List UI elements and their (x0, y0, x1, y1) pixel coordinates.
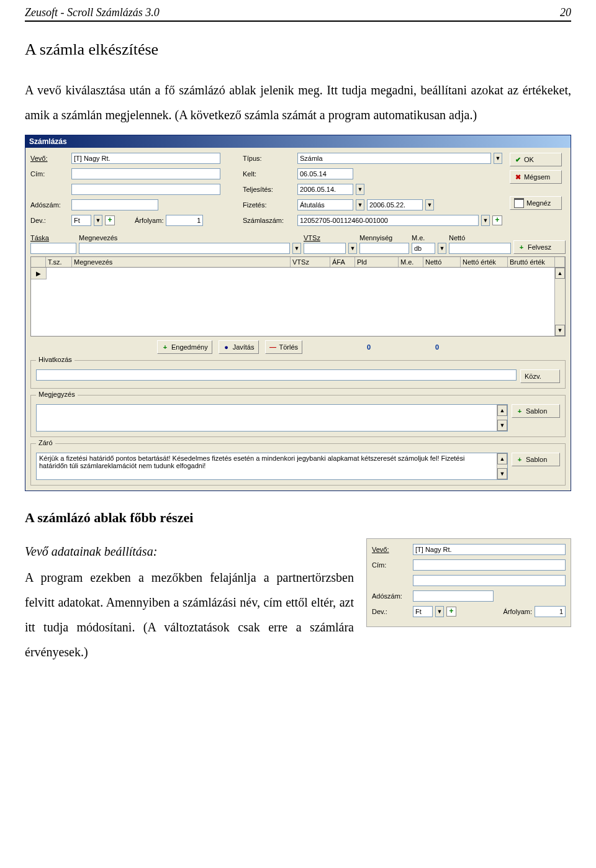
col-brutto-ertek[interactable]: Bruttó érték (508, 257, 555, 267)
snippet-address2-input[interactable] (413, 575, 566, 586)
unit-dropdown-icon[interactable]: ▼ (438, 243, 446, 254)
buyer-label: Vevő: (30, 155, 69, 162)
col-netto-ertek[interactable]: Nettó érték (461, 257, 508, 267)
invoicenum-label: Számlaszám: (243, 217, 295, 224)
subsubsection-title: Vevő adatainak beállítása: (25, 545, 354, 559)
payment-date-dropdown-icon[interactable]: ▼ (425, 199, 434, 210)
invoicenum-add-button[interactable]: + (492, 215, 502, 225)
scroll-down-icon[interactable]: ▼ (497, 420, 507, 431)
snippet-taxnum-label: Adószám: (372, 592, 410, 600)
cross-icon: ✖ (514, 173, 522, 181)
currency-add-button[interactable]: + (105, 215, 115, 225)
itemname-dropdown-icon[interactable]: ▼ (292, 243, 301, 254)
payment-label: Fizetés: (243, 201, 295, 209)
closing-textarea[interactable]: Kérjük a fizetési határidő pontos betart… (36, 453, 508, 480)
net-input[interactable] (449, 243, 511, 254)
note-scrollbar[interactable]: ▲▼ (497, 405, 507, 431)
vtsz-input[interactable] (304, 243, 346, 254)
invoicenum-dropdown-icon[interactable]: ▼ (481, 215, 490, 226)
type-input[interactable] (297, 153, 491, 164)
note-textarea[interactable]: ▲▼ (36, 404, 508, 432)
buyer-input[interactable] (71, 153, 220, 164)
delete-button[interactable]: —Törlés (265, 340, 303, 354)
customer-snippet-panel: Vevő: Cím: Adószám: Dev.: (366, 538, 571, 627)
snippet-taxnum-input[interactable] (413, 590, 494, 602)
col-pld[interactable]: Pld (355, 257, 399, 267)
note-template-button[interactable]: +Sablon (512, 404, 560, 418)
window-title: Számlázás (29, 137, 67, 146)
qty-input[interactable] (359, 243, 409, 254)
qty-header: Mennyiség (359, 234, 409, 242)
kozv-button[interactable]: Közv. (520, 369, 560, 383)
scroll-up-icon[interactable]: ▲ (555, 268, 565, 279)
page-header: Zeusoft - Scroll Számlázás 3.0 20 (25, 6, 571, 22)
edit-button[interactable]: ●Javítás (219, 340, 259, 354)
payment-input[interactable] (297, 199, 353, 210)
reference-input[interactable] (36, 369, 517, 381)
col-megnevezes[interactable]: Megnevezés (72, 257, 291, 267)
page-number: 20 (560, 6, 571, 19)
grid-body[interactable]: ▶ ▲ ▼ (30, 268, 566, 337)
taxnum-input[interactable] (71, 199, 158, 210)
print-icon (514, 198, 524, 208)
snippet-rate-input[interactable] (535, 606, 566, 617)
plus-icon: + (518, 243, 525, 251)
col-netto[interactable]: Nettó (423, 257, 461, 267)
vtsz-dropdown-icon[interactable]: ▼ (348, 243, 357, 254)
type-label: Típus: (243, 155, 295, 162)
type-dropdown-icon[interactable]: ▼ (494, 153, 502, 164)
discount-button[interactable]: +Engedmény (157, 340, 212, 354)
bag-header: Táska (30, 234, 76, 242)
col-vtsz[interactable]: VTSz (291, 257, 330, 267)
scroll-up-icon[interactable]: ▲ (497, 453, 507, 464)
reference-legend: Hivatkozás (36, 356, 74, 363)
scroll-down-icon[interactable]: ▼ (497, 468, 507, 479)
check-icon: ✔ (514, 156, 522, 164)
col-tsz[interactable]: T.sz. (46, 257, 72, 267)
grid-header-row: T.sz. Megnevezés VTSz ÁFA Pld M.e. Nettó… (30, 256, 566, 268)
scroll-up-icon[interactable]: ▲ (497, 405, 507, 416)
itemname-header: Megnevezés (79, 234, 301, 242)
snippet-currency-dropdown-icon[interactable]: ▼ (435, 606, 444, 617)
closing-template-button[interactable]: +Sablon (512, 453, 560, 466)
snippet-address-label: Cím: (372, 561, 410, 569)
vtsz-header: VTSz (304, 234, 357, 242)
snippet-buyer-input[interactable] (413, 544, 566, 555)
closing-scrollbar[interactable]: ▲▼ (497, 453, 507, 479)
date-label: Kelt: (243, 170, 295, 178)
window-titlebar: Számlázás (25, 135, 571, 148)
currency-input[interactable] (71, 215, 91, 226)
bag-input[interactable] (30, 243, 76, 254)
fulfillment-dropdown-icon[interactable]: ▼ (356, 184, 364, 195)
taxnum-label: Adószám: (30, 201, 69, 209)
address1-input[interactable] (71, 168, 220, 179)
unit-input[interactable] (412, 243, 435, 254)
add-item-button[interactable]: +Felvesz (513, 240, 566, 254)
col-afa[interactable]: ÁFA (330, 257, 355, 267)
ok-button[interactable]: ✔OK (510, 153, 562, 166)
preview-button[interactable]: Megnéz (510, 196, 562, 210)
total-gross: 0 (395, 343, 439, 351)
rate-input[interactable] (166, 215, 203, 226)
date-input[interactable] (297, 168, 353, 179)
currency-dropdown-icon[interactable]: ▼ (94, 215, 102, 226)
outro-paragraph: A program ezekben a mezőkben felajánlja … (25, 565, 354, 664)
item-entry-row: Táska Megnevezés ▼ VTSz ▼ Mennyiség M.e. (30, 234, 566, 254)
snippet-currency-add-button[interactable]: + (446, 607, 456, 617)
payment-dropdown-icon[interactable]: ▼ (356, 199, 364, 210)
reference-group: Hivatkozás Közv. (30, 360, 566, 389)
grid-scrollbar[interactable]: ▲ ▼ (554, 268, 565, 336)
payment-date-input[interactable] (367, 199, 423, 210)
dot-icon: ● (223, 343, 230, 351)
snippet-currency-input[interactable] (413, 606, 433, 617)
address2-input[interactable] (71, 184, 220, 195)
scroll-down-icon[interactable]: ▼ (555, 325, 565, 336)
snippet-address1-input[interactable] (413, 559, 566, 571)
cancel-button[interactable]: ✖Mégsem (510, 170, 562, 184)
itemname-input[interactable] (79, 243, 290, 254)
invoicenum-input[interactable] (297, 215, 479, 226)
fulfillment-input[interactable] (297, 184, 353, 195)
net-header: Nettó (449, 234, 511, 242)
customer-block: Vevő: Cím: Adószám: (30, 153, 235, 230)
col-me[interactable]: M.e. (399, 257, 423, 267)
